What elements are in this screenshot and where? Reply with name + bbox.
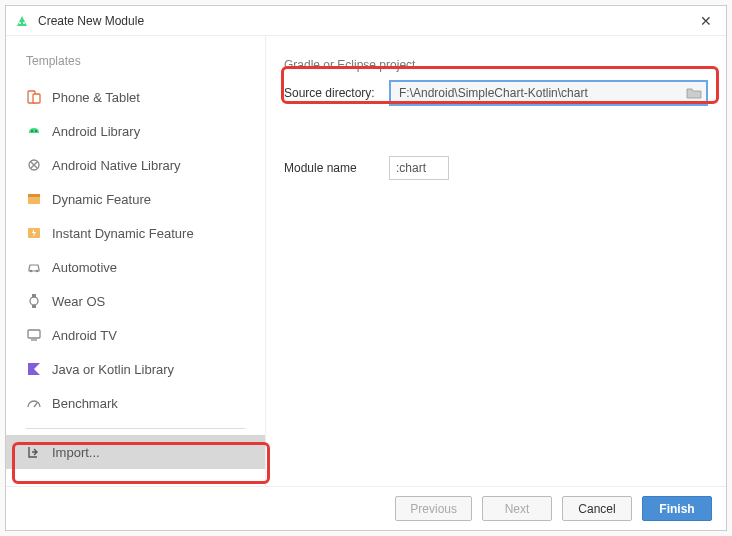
source-directory-label: Source directory: bbox=[284, 86, 389, 100]
sidebar-header: Templates bbox=[6, 54, 265, 80]
template-label: Wear OS bbox=[52, 294, 105, 309]
svg-line-17 bbox=[34, 403, 37, 407]
template-java-kotlin-library[interactable]: Java or Kotlin Library bbox=[6, 352, 265, 386]
dialog-footer: Previous Next Cancel Finish bbox=[6, 486, 726, 530]
template-label: Instant Dynamic Feature bbox=[52, 226, 194, 241]
svg-rect-15 bbox=[28, 330, 40, 338]
svg-rect-14 bbox=[32, 305, 36, 308]
template-label: Phone & Tablet bbox=[52, 90, 140, 105]
template-label: Android Library bbox=[52, 124, 140, 139]
template-label: Automotive bbox=[52, 260, 117, 275]
phone-tablet-icon bbox=[26, 89, 42, 105]
android-studio-icon bbox=[14, 13, 30, 29]
finish-button[interactable]: Finish bbox=[642, 496, 712, 521]
divider bbox=[26, 428, 245, 429]
cancel-button[interactable]: Cancel bbox=[562, 496, 632, 521]
tv-icon bbox=[26, 327, 42, 343]
template-label: Java or Kotlin Library bbox=[52, 362, 174, 377]
dialog-title: Create New Module bbox=[38, 14, 694, 28]
close-icon[interactable]: ✕ bbox=[694, 9, 718, 33]
automotive-icon bbox=[26, 259, 42, 275]
module-name-row: Module name bbox=[284, 156, 708, 180]
import-icon bbox=[26, 444, 42, 460]
dynamic-icon bbox=[26, 191, 42, 207]
main-panel: Gradle or Eclipse project Source directo… bbox=[266, 36, 726, 486]
svg-point-0 bbox=[19, 22, 21, 24]
svg-point-11 bbox=[36, 270, 39, 273]
template-android-tv[interactable]: Android TV bbox=[6, 318, 265, 352]
module-name-input[interactable] bbox=[389, 156, 449, 180]
template-list: Phone & Tablet Android Library Android N… bbox=[6, 80, 265, 478]
module-name-label: Module name bbox=[284, 161, 389, 175]
svg-point-10 bbox=[30, 270, 33, 273]
template-dynamic-feature[interactable]: Dynamic Feature bbox=[6, 182, 265, 216]
svg-point-5 bbox=[35, 130, 37, 132]
svg-point-12 bbox=[30, 297, 38, 305]
create-module-dialog: Create New Module ✕ Templates Phone & Ta… bbox=[5, 5, 727, 531]
browse-folder-icon[interactable] bbox=[686, 86, 702, 100]
wear-icon bbox=[26, 293, 42, 309]
template-label: Dynamic Feature bbox=[52, 192, 151, 207]
sidebar: Templates Phone & Tablet Android Library… bbox=[6, 36, 266, 486]
template-automotive[interactable]: Automotive bbox=[6, 250, 265, 284]
template-label: Benchmark bbox=[52, 396, 118, 411]
source-directory-input[interactable] bbox=[389, 80, 708, 106]
template-import[interactable]: Import... bbox=[6, 435, 265, 469]
svg-rect-8 bbox=[28, 194, 40, 197]
section-header: Gradle or Eclipse project bbox=[284, 58, 708, 72]
benchmark-icon bbox=[26, 395, 42, 411]
template-instant-dynamic-feature[interactable]: Instant Dynamic Feature bbox=[6, 216, 265, 250]
svg-rect-3 bbox=[33, 94, 40, 103]
template-label: Import... bbox=[52, 445, 100, 460]
template-wear-os[interactable]: Wear OS bbox=[6, 284, 265, 318]
template-label: Android TV bbox=[52, 328, 117, 343]
native-icon bbox=[26, 157, 42, 173]
svg-point-4 bbox=[31, 130, 33, 132]
titlebar: Create New Module ✕ bbox=[6, 6, 726, 36]
template-android-library[interactable]: Android Library bbox=[6, 114, 265, 148]
previous-button[interactable]: Previous bbox=[395, 496, 472, 521]
android-icon bbox=[26, 123, 42, 139]
template-phone-tablet[interactable]: Phone & Tablet bbox=[6, 80, 265, 114]
svg-rect-13 bbox=[32, 294, 36, 297]
template-label: Android Native Library bbox=[52, 158, 181, 173]
instant-dynamic-icon bbox=[26, 225, 42, 241]
kotlin-icon bbox=[26, 361, 42, 377]
template-benchmark[interactable]: Benchmark bbox=[6, 386, 265, 420]
svg-point-1 bbox=[23, 22, 25, 24]
dialog-content: Templates Phone & Tablet Android Library… bbox=[6, 36, 726, 486]
next-button[interactable]: Next bbox=[482, 496, 552, 521]
template-android-native-library[interactable]: Android Native Library bbox=[6, 148, 265, 182]
source-directory-row: Source directory: bbox=[284, 80, 708, 106]
